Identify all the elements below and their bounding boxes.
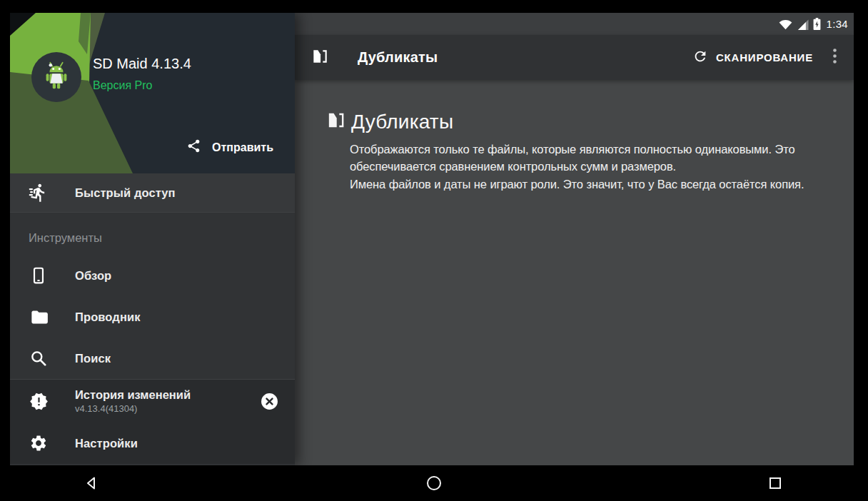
tools-section-label: Инструменты: [10, 213, 295, 255]
drawer-item-label: Настройки: [75, 437, 138, 450]
status-bar: 1:34: [295, 13, 854, 35]
status-clock: 1:34: [827, 18, 848, 30]
duplicates-intro-panel: Дубликаты Отображаются только те файлы, …: [295, 80, 854, 465]
app-name: SD Maid 4.13.4: [93, 56, 191, 72]
smartphone-icon: [29, 266, 49, 285]
pro-version-label: Версия Pro: [93, 79, 152, 92]
running-person-icon: [29, 183, 49, 203]
drawer-item-label: История изменений: [75, 388, 191, 402]
feature-description: Отображаются только те файлы, которые яв…: [350, 141, 832, 193]
app-bar: Дубликаты СКАНИРОВАНИЕ: [295, 35, 854, 80]
drawer-bottom-section: История изменений v4.13.4(41304): [10, 380, 295, 464]
scan-button-label: СКАНИРОВАНИЕ: [716, 51, 813, 64]
system-navigation-bar: [0, 465, 868, 501]
drawer-item-search[interactable]: Поиск: [10, 338, 295, 379]
changelog-version: v4.13.4(41304): [75, 403, 191, 414]
search-icon: [29, 349, 49, 368]
refresh-icon: [692, 49, 708, 66]
navigation-drawer: SD Maid 4.13.4 Версия Pro Отправить: [10, 13, 295, 465]
home-icon[interactable]: [421, 470, 447, 496]
new-releases-icon: [29, 392, 49, 411]
feature-header: Дубликаты: [295, 80, 854, 133]
changelog-text: История изменений v4.13.4(41304): [75, 388, 191, 414]
recents-icon[interactable]: [762, 470, 788, 496]
wifi-icon: [779, 19, 792, 30]
drawer-header: SD Maid 4.13.4 Версия Pro Отправить: [10, 13, 295, 173]
page-title: Дубликаты: [358, 49, 438, 66]
feature-title: Дубликаты: [351, 111, 453, 133]
duplicates-icon: [311, 47, 329, 69]
drawer-item-label: Быстрый доступ: [75, 186, 176, 200]
share-icon: [186, 138, 201, 156]
drawer-item-overview[interactable]: Обзор: [10, 255, 295, 296]
drawer-tools-section: Инструменты Обзор Проводник: [10, 213, 295, 379]
drawer-item-label: Поиск: [75, 352, 111, 365]
battery-charging-icon: [813, 18, 821, 30]
android-maid-logo: [40, 61, 73, 93]
close-circle-icon[interactable]: [261, 393, 278, 413]
device-frame: { "status_bar": { "time": "1:34", "icons…: [0, 0, 868, 501]
avatar: [31, 52, 81, 102]
main-content-area: 1:34 Дубликаты СКАНИРОВАНИЕ: [295, 13, 854, 465]
duplicates-icon: [326, 110, 346, 133]
drawer-item-explorer[interactable]: Проводник: [10, 296, 295, 338]
drawer-item-label: Обзор: [75, 269, 111, 283]
cell-signal-icon: [797, 19, 809, 30]
overflow-menu-icon[interactable]: [830, 44, 839, 71]
share-button-label: Отправить: [212, 141, 273, 154]
back-icon[interactable]: [79, 470, 104, 496]
drawer-item-quick-access[interactable]: Быстрый доступ: [10, 173, 295, 212]
drawer-item-changelog[interactable]: История изменений v4.13.4(41304): [10, 380, 295, 422]
drawer-item-label: Проводник: [75, 310, 141, 324]
folder-icon: [29, 308, 49, 327]
device-screen: 1:34 Дубликаты СКАНИРОВАНИЕ: [10, 13, 854, 465]
scan-button[interactable]: СКАНИРОВАНИЕ: [692, 49, 813, 66]
gear-icon: [29, 434, 49, 452]
drawer-item-settings[interactable]: Настройки: [10, 422, 295, 464]
share-button[interactable]: Отправить: [186, 138, 273, 156]
